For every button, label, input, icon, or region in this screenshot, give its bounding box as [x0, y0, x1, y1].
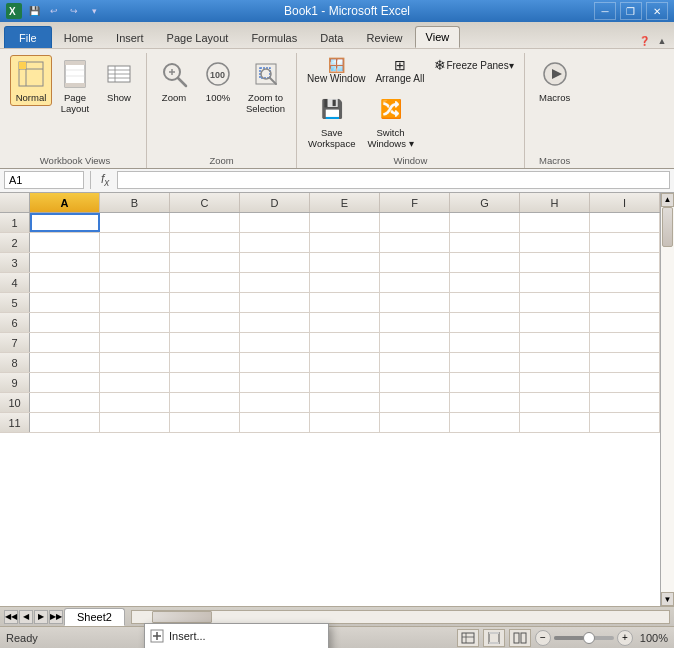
cell-D2[interactable] [240, 233, 310, 252]
formula-input[interactable] [117, 171, 670, 189]
zoom-100-button[interactable]: 100 100% [197, 55, 239, 106]
cell-C1[interactable] [170, 213, 240, 232]
col-header-D[interactable]: D [240, 193, 310, 212]
macros-button[interactable]: Macros [534, 55, 576, 106]
cell-I10[interactable] [590, 393, 660, 412]
tab-home[interactable]: Home [53, 26, 104, 48]
cell-G10[interactable] [450, 393, 520, 412]
cell-G3[interactable] [450, 253, 520, 272]
cell-E3[interactable] [310, 253, 380, 272]
cell-F7[interactable] [380, 333, 450, 352]
cell-B10[interactable] [100, 393, 170, 412]
sheet-nav-first[interactable]: ◀◀ [4, 610, 18, 624]
cell-D3[interactable] [240, 253, 310, 272]
col-header-E[interactable]: E [310, 193, 380, 212]
cell-E1[interactable] [310, 213, 380, 232]
cell-D6[interactable] [240, 313, 310, 332]
col-header-H[interactable]: H [520, 193, 590, 212]
fx-button[interactable]: fx [97, 172, 113, 188]
col-header-F[interactable]: F [380, 193, 450, 212]
sheet-tab-sheet2[interactable]: Sheet2 [64, 608, 125, 626]
col-header-I[interactable]: I [590, 193, 660, 212]
cell-G8[interactable] [450, 353, 520, 372]
cell-I3[interactable] [590, 253, 660, 272]
cell-A1[interactable] [30, 213, 100, 232]
cell-I6[interactable] [590, 313, 660, 332]
cell-C8[interactable] [170, 353, 240, 372]
show-button[interactable]: Show [98, 55, 140, 106]
quick-save[interactable]: 💾 [26, 4, 42, 18]
scroll-up-button[interactable]: ▲ [661, 193, 674, 207]
cell-E2[interactable] [310, 233, 380, 252]
cell-H7[interactable] [520, 333, 590, 352]
cell-C9[interactable] [170, 373, 240, 392]
cell-B6[interactable] [100, 313, 170, 332]
cell-E8[interactable] [310, 353, 380, 372]
zoom-slider[interactable] [554, 636, 614, 640]
sheet-nav-next[interactable]: ▶ [34, 610, 48, 624]
cell-I4[interactable] [590, 273, 660, 292]
cell-G11[interactable] [450, 413, 520, 432]
cell-H9[interactable] [520, 373, 590, 392]
cell-E11[interactable] [310, 413, 380, 432]
minimize-button[interactable]: ─ [594, 2, 616, 20]
cell-F8[interactable] [380, 353, 450, 372]
menu-item-insert[interactable]: Insert... [145, 626, 328, 646]
cell-A5[interactable] [30, 293, 100, 312]
cell-C4[interactable] [170, 273, 240, 292]
cell-G7[interactable] [450, 333, 520, 352]
cell-F1[interactable] [380, 213, 450, 232]
save-workspace-button[interactable]: 💾 SaveWorkspace [303, 90, 360, 153]
cell-A2[interactable] [30, 233, 100, 252]
restore-button[interactable]: ❐ [620, 2, 642, 20]
cell-G1[interactable] [450, 213, 520, 232]
page-layout-view-btn[interactable] [483, 629, 505, 647]
new-window-button[interactable]: 🪟 New Window [303, 55, 369, 86]
zoom-button[interactable]: Zoom [153, 55, 195, 106]
cell-F11[interactable] [380, 413, 450, 432]
cell-I5[interactable] [590, 293, 660, 312]
page-layout-button[interactable]: PageLayout [54, 55, 96, 118]
cell-B2[interactable] [100, 233, 170, 252]
cell-H10[interactable] [520, 393, 590, 412]
cell-A11[interactable] [30, 413, 100, 432]
scrollbar-track[interactable] [661, 207, 674, 592]
cell-H1[interactable] [520, 213, 590, 232]
cell-D1[interactable] [240, 213, 310, 232]
cell-E9[interactable] [310, 373, 380, 392]
cell-B8[interactable] [100, 353, 170, 372]
cell-E6[interactable] [310, 313, 380, 332]
quick-undo[interactable]: ↩ [46, 4, 62, 18]
cell-D9[interactable] [240, 373, 310, 392]
zoom-selection-button[interactable]: Zoom toSelection [241, 55, 290, 118]
cell-I8[interactable] [590, 353, 660, 372]
cell-H6[interactable] [520, 313, 590, 332]
tab-file[interactable]: File [4, 26, 52, 48]
cell-E5[interactable] [310, 293, 380, 312]
sheet-nav-last[interactable]: ▶▶ [49, 610, 63, 624]
cell-B3[interactable] [100, 253, 170, 272]
switch-windows-button[interactable]: 🔀 SwitchWindows ▾ [362, 90, 418, 153]
cell-G4[interactable] [450, 273, 520, 292]
cell-B4[interactable] [100, 273, 170, 292]
cell-B7[interactable] [100, 333, 170, 352]
cell-A9[interactable] [30, 373, 100, 392]
quick-dropdown[interactable]: ▾ [86, 4, 102, 18]
tab-data[interactable]: Data [309, 26, 354, 48]
cell-E10[interactable] [310, 393, 380, 412]
cell-A7[interactable] [30, 333, 100, 352]
freeze-panes-button[interactable]: ❄ Freeze Panes ▾ [430, 55, 517, 75]
tab-formulas[interactable]: Formulas [240, 26, 308, 48]
cell-C11[interactable] [170, 413, 240, 432]
cell-A8[interactable] [30, 353, 100, 372]
zoom-out-button[interactable]: − [535, 630, 551, 646]
col-header-B[interactable]: B [100, 193, 170, 212]
tab-view[interactable]: View [415, 26, 461, 48]
cell-F10[interactable] [380, 393, 450, 412]
cell-B9[interactable] [100, 373, 170, 392]
cell-B1[interactable] [100, 213, 170, 232]
scroll-down-button[interactable]: ▼ [661, 592, 674, 606]
cell-H2[interactable] [520, 233, 590, 252]
cell-I1[interactable] [590, 213, 660, 232]
cell-A3[interactable] [30, 253, 100, 272]
